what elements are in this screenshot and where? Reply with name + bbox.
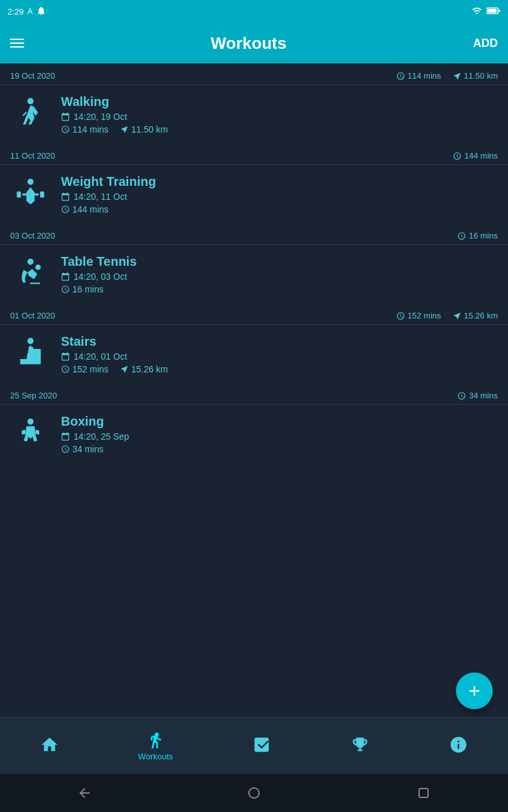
svg-rect-12 [30, 283, 40, 284]
workout-stats: 152 mins 15.26 km [61, 364, 168, 374]
trophy-icon [351, 735, 370, 754]
workout-item-walking[interactable]: Walking 14:20, 19 Oct 114 mins 11.50 km [0, 85, 508, 143]
datetime-value: 14:20, 11 Oct [74, 192, 127, 202]
section-dist-stat: 11.50 km [453, 71, 498, 81]
datetime-value: 14:20, 01 Oct [74, 351, 127, 362]
system-nav-bar [0, 774, 508, 812]
section-header-25sep: 25 Sep 2020 34 mins [0, 386, 508, 405]
workout-name: Weight Training [61, 174, 156, 189]
nav-label-workouts: Workouts [138, 752, 173, 761]
km-value: 11.50 km [131, 124, 168, 134]
walking-icon [10, 94, 51, 134]
workout-item-weight-training[interactable]: Weight Training 14:20, 11 Oct 144 mins [0, 165, 508, 223]
weight-training-icon [10, 174, 51, 214]
svg-rect-8 [34, 193, 39, 195]
svg-point-5 [27, 179, 34, 185]
svg-rect-2 [498, 10, 500, 12]
workout-list: 19 Oct 2020 114 mins 11.50 km Walking [0, 63, 508, 717]
workout-item-stairs[interactable]: Stairs 14:20, 01 Oct 152 mins 15.26 km [0, 325, 508, 383]
workout-datetime: 14:20, 03 Oct [61, 272, 137, 282]
workout-datetime: 14:20, 25 Sep [61, 431, 129, 442]
svg-rect-9 [40, 192, 44, 198]
nav-item-workouts[interactable]: Workouts [123, 725, 189, 766]
mins-value: 16 mins [72, 284, 104, 294]
status-right [471, 6, 500, 18]
run-icon [146, 730, 165, 749]
section-mins: 16 mins [469, 231, 498, 240]
table-tennis-details: Table Tennis 14:20, 03 Oct 16 mins [61, 254, 137, 294]
datetime-value: 14:20, 19 Oct [74, 112, 127, 122]
datetime-value: 14:20, 03 Oct [74, 272, 127, 282]
boxing-icon [10, 414, 51, 454]
fab-add-workout[interactable]: + [456, 672, 493, 709]
section-mins: 114 mins [408, 71, 441, 81]
svg-line-4 [23, 112, 26, 115]
section-time-stat: 144 mins [453, 151, 498, 160]
home-button[interactable] [244, 783, 264, 803]
menu-line [10, 46, 24, 48]
section-stats: 144 mins [453, 151, 498, 160]
svg-point-3 [27, 98, 34, 105]
section-header-01oct: 01 Oct 2020 152 mins 15.26 km [0, 306, 508, 325]
section-time-stat: 152 mins [396, 311, 441, 320]
back-button[interactable] [74, 783, 95, 803]
workout-datetime: 14:20, 11 Oct [61, 192, 156, 202]
nav-item-home[interactable] [25, 730, 74, 762]
time: 2:29 [8, 7, 23, 16]
workout-datetime: 14:20, 01 Oct [61, 351, 168, 362]
section-date: 01 Oct 2020 [10, 311, 55, 320]
info-icon [449, 735, 468, 754]
menu-button[interactable] [10, 39, 24, 48]
mins-value: 114 mins [72, 124, 109, 134]
section-header-03oct: 03 Oct 2020 16 mins [0, 226, 508, 245]
home-icon [40, 735, 59, 754]
section-date: 19 Oct 2020 [10, 71, 55, 81]
bottom-nav: Workouts [0, 717, 508, 774]
km-value: 15.26 km [131, 364, 168, 374]
section-dist-stat: 15.26 km [453, 311, 498, 320]
svg-rect-17 [419, 789, 428, 797]
workout-stats: 114 mins 11.50 km [61, 124, 168, 134]
stairs-details: Stairs 14:20, 01 Oct 152 mins 15.26 km [61, 334, 168, 374]
mins-value: 152 mins [72, 364, 109, 374]
chart-icon [252, 735, 271, 754]
section-stats: 114 mins 11.50 km [396, 71, 498, 81]
battery-icon [486, 6, 500, 18]
top-bar: Workouts ADD [0, 23, 508, 63]
section-date: 03 Oct 2020 [10, 231, 55, 240]
status-left: 2:29 A [8, 6, 46, 18]
weight-training-details: Weight Training 14:20, 11 Oct 144 mins [61, 174, 156, 214]
workout-item-table-tennis[interactable]: Table Tennis 14:20, 03 Oct 16 mins [0, 245, 508, 303]
section-stats: 16 mins [457, 231, 498, 240]
notification-icon [36, 6, 46, 18]
fab-plus-icon: + [469, 679, 481, 703]
boxing-details: Boxing 14:20, 25 Sep 34 mins [61, 414, 129, 454]
app-icon-a: A [27, 7, 32, 16]
section-time-stat: 34 mins [457, 391, 498, 400]
svg-rect-1 [487, 8, 497, 12]
section-mins: 144 mins [464, 151, 498, 160]
wifi-icon [471, 6, 483, 18]
workout-stats: 16 mins [61, 284, 137, 294]
nav-item-achievements[interactable] [335, 730, 385, 762]
svg-rect-7 [22, 193, 27, 195]
workout-stats: 144 mins [61, 204, 156, 214]
recents-button[interactable] [413, 783, 434, 803]
section-header-11oct: 11 Oct 2020 144 mins [0, 146, 508, 165]
add-button[interactable]: ADD [473, 37, 498, 50]
nav-item-history[interactable] [237, 730, 286, 762]
walking-details: Walking 14:20, 19 Oct 114 mins 11.50 km [61, 95, 168, 134]
workout-name: Stairs [61, 334, 168, 349]
svg-point-16 [249, 788, 259, 798]
nav-item-info[interactable] [434, 730, 483, 762]
table-tennis-icon [10, 254, 51, 294]
section-date: 25 Sep 2020 [10, 391, 57, 400]
section-stats: 152 mins 15.26 km [396, 311, 498, 320]
section-mins: 152 mins [408, 311, 441, 320]
svg-point-13 [27, 338, 34, 344]
workout-item-boxing[interactable]: Boxing 14:20, 25 Sep 34 mins [0, 405, 508, 463]
stairs-icon [10, 334, 51, 374]
mins-value: 34 mins [72, 444, 104, 454]
page-title: Workouts [211, 34, 286, 53]
workout-name: Table Tennis [61, 254, 137, 269]
